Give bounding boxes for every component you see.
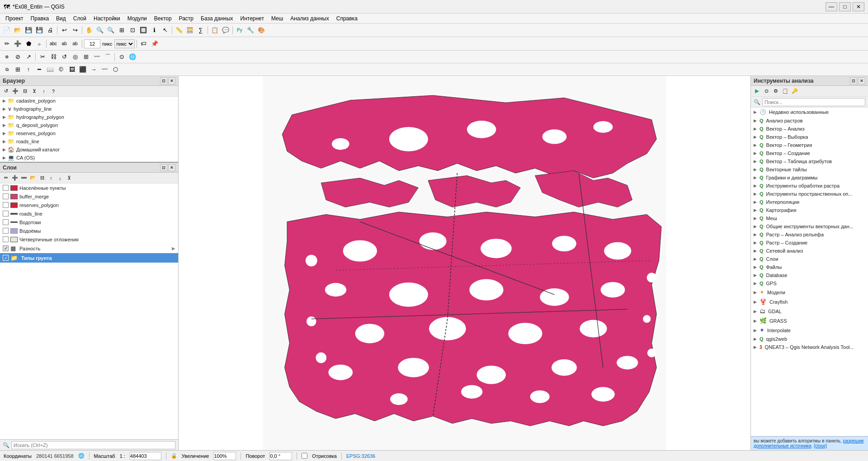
titlebar-controls[interactable]: — □ ✕ (826, 2, 864, 11)
style-manager-btn[interactable]: 🎨 (256, 25, 266, 35)
menu-data-analysis[interactable]: Анализ данных (287, 14, 332, 23)
analysis-item-interpolate[interactable]: ▶ ✦ Interpolate (751, 325, 868, 335)
add-pin-btn[interactable]: 📌 (150, 39, 160, 49)
layers-panel-controls[interactable]: ⊡ ✕ (160, 164, 175, 171)
add-feature-btn[interactable]: ➕ (13, 39, 23, 49)
layers-up-btn[interactable]: ↑ (47, 174, 55, 182)
browser-item-deposit[interactable]: ▶ 📁 q_deposit_polygon (0, 121, 178, 129)
analysis-item-gdal[interactable]: ▶ 🗂 GDAL (751, 306, 868, 316)
tracing-btn[interactable]: ↗ (24, 52, 33, 62)
menu-layer[interactable]: Слой (70, 14, 90, 23)
merge-btn[interactable]: ⛓ (48, 52, 58, 62)
open-table-btn[interactable]: 📋 (210, 25, 220, 35)
map-canvas[interactable] (179, 76, 750, 450)
analysis-item-vector-select[interactable]: ▶ Q Вектор – Выборка (751, 133, 868, 141)
analysis-item-vector-general[interactable]: ▶ Q Общие инструменты векторных дан... (751, 222, 868, 230)
snap-btn[interactable]: ⊕ (2, 52, 12, 62)
analysis-float-btn[interactable]: ⊡ (850, 77, 857, 85)
coord-capture-btn[interactable]: ⊙ (117, 52, 127, 62)
calculator-btn[interactable]: 🧮 (185, 25, 195, 35)
browser-item-home[interactable]: ▶ 🏠 Домашний каталог (0, 146, 178, 154)
zoom-full-btn[interactable]: ⊞ (117, 25, 127, 35)
identify-btn[interactable]: ℹ (149, 25, 159, 35)
layers-float-btn[interactable]: ⊡ (160, 164, 167, 171)
browser-item-reserves[interactable]: ▶ 📁 reserves_polygon (0, 129, 178, 137)
browser-item-roads[interactable]: ▶ 📁 roads_line (0, 137, 178, 146)
menu-view[interactable]: Вид (52, 14, 70, 23)
menu-help[interactable]: Справка (333, 14, 361, 23)
analysis-item-raster-create[interactable]: ▶ Q Растр – Создание (751, 239, 868, 247)
analysis-panel-controls[interactable]: ⊡ ✕ (850, 77, 865, 85)
save-project-btn[interactable]: 💾 (24, 25, 33, 35)
browser-item-hydro-poly[interactable]: ▶ 📁 hydrography_polygon (0, 113, 178, 121)
analysis-item-qneat[interactable]: ▶ 3 QNEAT3 – Qgis Network Analysis Tool.… (751, 343, 868, 351)
edit-mode-btn[interactable]: ✏ (2, 39, 12, 49)
analysis-help-btn[interactable]: 🔑 (791, 87, 799, 95)
layer-item-settlements[interactable]: Населённые пункты (0, 183, 178, 192)
layers-open-btn[interactable]: 📂 (29, 174, 37, 182)
analysis-item-raster-analysis[interactable]: ▶ Q Анализ растров (751, 117, 868, 125)
layer-item-roads[interactable]: roads_line (0, 209, 178, 218)
smooth-btn[interactable]: ⌒ (103, 52, 113, 62)
zoom-in-btn[interactable]: 🔍 (95, 25, 105, 35)
topology-btn[interactable]: ⊘ (13, 52, 23, 62)
analysis-item-spatial-tools[interactable]: ▶ Q Инструменты пространственных оп... (751, 190, 868, 198)
layers-filter-btn[interactable]: ⊻ (65, 174, 73, 182)
browser-filter-btn[interactable]: ⊻ (30, 87, 38, 95)
layers-add-btn[interactable]: ➕ (11, 174, 19, 182)
analysis-run-btn[interactable]: ▶ (753, 87, 761, 95)
undo-btn[interactable]: ↩ (59, 25, 69, 35)
layer-checkbox[interactable] (3, 185, 9, 191)
north-arrow-btn[interactable]: ↑ (24, 65, 33, 75)
simplify-btn[interactable]: 〰 (92, 52, 102, 62)
layer-checkbox[interactable] (3, 193, 9, 199)
browser-refresh-btn[interactable]: ↺ (2, 87, 10, 95)
open-project-btn[interactable]: 📂 (13, 25, 23, 35)
analysis-item-vector-geometry[interactable]: ▶ Q Вектор – Геометрия (751, 141, 868, 149)
split-btn[interactable]: ✂ (38, 52, 47, 62)
print-btn[interactable]: 🖨 (45, 25, 55, 35)
copyright-btn[interactable]: © (56, 65, 66, 75)
footer-link[interactable]: разрешив дополнительные источники (754, 438, 863, 448)
menu-edit[interactable]: Правка (27, 14, 53, 23)
browser-collapse-btn[interactable]: ⊟ (21, 87, 29, 95)
analysis-item-files[interactable]: ▶ Q Файлы (751, 263, 868, 271)
save-as-btn[interactable]: 💾 (34, 25, 44, 35)
menu-raster[interactable]: Растр (175, 14, 197, 23)
unit-select[interactable]: пикс мм (114, 39, 135, 48)
rotation-input[interactable] (269, 452, 292, 460)
layer-checkbox[interactable] (3, 228, 9, 234)
layer-item-quaternary[interactable]: Четвертичные отложения (0, 235, 178, 244)
zoom-selection-btn[interactable]: 🔲 (138, 25, 148, 35)
maximize-button[interactable]: □ (839, 2, 851, 11)
layer-item-streams[interactable]: Водотоки (0, 218, 178, 226)
minimize-button[interactable]: — (826, 2, 837, 11)
zoom-layer-btn[interactable]: ⊡ (127, 25, 137, 35)
layers-close-btn[interactable]: ✕ (168, 164, 175, 171)
analysis-item-recent[interactable]: ▶ 🕒 Недавно использованные (751, 108, 868, 117)
georef-btn[interactable]: 🌐 (127, 52, 137, 62)
expand-btn[interactable]: ▶ (172, 246, 175, 251)
browser-item-hydro-line[interactable]: ▶ ∨ hydrography_line (0, 105, 178, 113)
analysis-close-btn[interactable]: ✕ (858, 77, 865, 85)
field-calc-btn[interactable]: ∑ (196, 25, 206, 35)
grid-btn[interactable]: ⊞ (13, 65, 23, 75)
menu-vector[interactable]: Вектор (151, 14, 175, 23)
digitize-btn[interactable]: ⬟ (24, 39, 33, 49)
svg-annotation-btn[interactable]: ab (70, 39, 80, 49)
analysis-item-dem[interactable]: ▶ Q Растр – Анализ рельефа (751, 230, 868, 239)
layer-item-buffer[interactable]: buffer_merge (0, 192, 178, 201)
analysis-settings-btn[interactable]: ⚙ (772, 87, 780, 95)
analysis-item-interpolation[interactable]: ▶ Q Интерполяция (751, 198, 868, 206)
layer-checkbox[interactable] (3, 211, 9, 216)
menu-settings[interactable]: Настройки (90, 14, 124, 23)
browser-float-btn[interactable]: ⊡ (160, 77, 167, 85)
layers-collapse-btn[interactable]: ⊟ (38, 174, 46, 182)
layers-edit-btn[interactable]: ✏ (2, 174, 10, 182)
analysis-item-gps[interactable]: ▶ Q GPS (751, 279, 868, 287)
browser-add-btn[interactable]: ➕ (11, 87, 19, 95)
menu-project[interactable]: Проект (2, 14, 27, 23)
html-annotation-btn[interactable]: ab (59, 39, 69, 49)
browser-help-btn[interactable]: ? (49, 87, 57, 95)
analysis-item-charts[interactable]: ▶ Q Графики и диаграммы (751, 174, 868, 182)
